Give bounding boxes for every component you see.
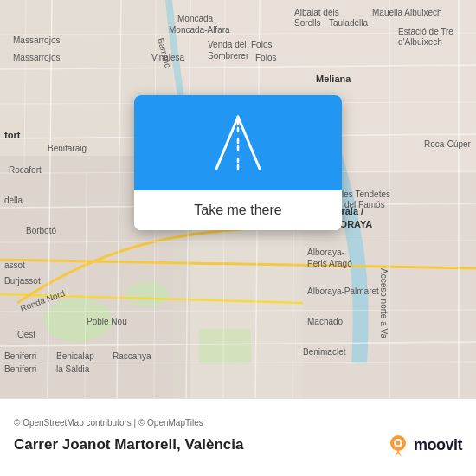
svg-text:Massarrojos: Massarrojos bbox=[13, 53, 60, 62]
svg-text:Albalat dels: Albalat dels bbox=[294, 8, 339, 17]
svg-text:Roca-Cúper: Roca-Cúper bbox=[424, 139, 472, 149]
location-name: Carrer Joanot Martorell, València bbox=[14, 436, 244, 453]
popup-image-area bbox=[134, 95, 342, 190]
svg-point-6 bbox=[125, 281, 169, 307]
bottom-bar: © OpenStreetMap contributors | © OpenMap… bbox=[0, 398, 476, 476]
svg-text:fort: fort bbox=[4, 130, 21, 140]
moovit-pin-icon bbox=[386, 433, 410, 457]
svg-text:Alboraya-Palmaret: Alboraya-Palmaret bbox=[307, 286, 379, 296]
svg-text:Mauella  Albuixech: Mauella Albuixech bbox=[372, 8, 442, 17]
svg-text:Estació de Tre: Estació de Tre bbox=[398, 27, 453, 36]
take-me-there-button[interactable]: Take me there bbox=[134, 190, 342, 230]
svg-text:Beniferri: Beniferri bbox=[4, 364, 36, 374]
svg-text:la Sáldia: la Sáldia bbox=[56, 364, 90, 374]
svg-point-83 bbox=[396, 441, 400, 446]
svg-text:Borbotó: Borbotó bbox=[26, 226, 56, 235]
svg-text:Foios: Foios bbox=[255, 53, 276, 62]
svg-text:Meliana: Meliana bbox=[316, 74, 351, 84]
svg-text:Sorells: Sorells bbox=[294, 18, 321, 28]
svg-text:Sombrerer: Sombrerer bbox=[208, 51, 249, 61]
svg-text:Massarrojos: Massarrojos bbox=[13, 35, 60, 45]
svg-text:Alboraya-: Alboraya- bbox=[307, 248, 344, 257]
svg-text:Foios: Foios bbox=[251, 40, 272, 49]
map-attribution: © OpenStreetMap contributors | © OpenMap… bbox=[14, 418, 462, 428]
moovit-brand-text: moovit bbox=[414, 436, 462, 454]
svg-text:Burjassot: Burjassot bbox=[4, 276, 41, 286]
svg-text:Machado: Machado bbox=[307, 317, 344, 326]
moovit-logo: moovit bbox=[386, 433, 462, 457]
svg-text:Moncada: Moncada bbox=[177, 14, 214, 23]
svg-line-76 bbox=[216, 117, 238, 169]
svg-text:assot: assot bbox=[4, 261, 25, 270]
svg-text:Benicalap: Benicalap bbox=[56, 351, 94, 361]
svg-line-77 bbox=[238, 117, 260, 169]
road-icon bbox=[203, 108, 273, 177]
svg-text:Acceso norte a Va: Acceso norte a Va bbox=[379, 268, 389, 338]
svg-rect-7 bbox=[199, 329, 251, 363]
popup-card: Take me there bbox=[134, 95, 342, 230]
svg-text:Poble Nou: Poble Nou bbox=[87, 317, 127, 326]
svg-text:Moncada-Alfara: Moncada-Alfara bbox=[169, 25, 230, 35]
svg-text:Venda del: Venda del bbox=[208, 40, 247, 49]
svg-text:Oest: Oest bbox=[17, 330, 35, 339]
svg-text:Rocafort: Rocafort bbox=[9, 165, 42, 175]
svg-text:Beniferri: Beniferri bbox=[4, 351, 36, 361]
svg-text:del Famós: del Famós bbox=[344, 200, 385, 209]
location-row: Carrer Joanot Martorell, València moovit bbox=[14, 433, 462, 457]
svg-text:Benifaraig: Benifaraig bbox=[48, 144, 87, 153]
svg-rect-3 bbox=[173, 216, 303, 398]
svg-text:les Tendetes: les Tendetes bbox=[342, 190, 390, 199]
svg-text:della: della bbox=[4, 196, 23, 205]
svg-text:d'Albuixech: d'Albuixech bbox=[398, 37, 442, 47]
svg-text:Peris Aragó: Peris Aragó bbox=[307, 259, 352, 268]
svg-text:Rascanya: Rascanya bbox=[113, 351, 151, 361]
svg-text:Tauladella: Tauladella bbox=[329, 18, 368, 28]
svg-text:Benimaclet: Benimaclet bbox=[303, 347, 346, 357]
